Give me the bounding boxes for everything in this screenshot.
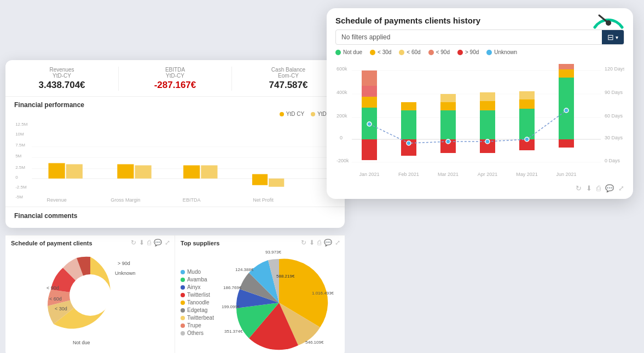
bottom-panels: Schedule of payment clients ↻ ⬇ ⎙ 💬 ⤢ [5, 235, 345, 353]
svg-rect-12 [49, 163, 65, 179]
refresh-icon-2[interactable]: ↻ [301, 239, 306, 246]
legend-lt60-label: < 60d [407, 49, 420, 55]
svg-text:> 90d: > 90d [118, 261, 130, 266]
svg-point-84 [485, 139, 490, 144]
legend-twitterlist: Twitterlist [181, 292, 219, 298]
svg-text:600k: 600k [336, 66, 347, 72]
legend-lt90: < 90d [428, 49, 450, 55]
svg-text:Apr 2021: Apr 2021 [478, 172, 498, 177]
refresh-icon-sched[interactable]: ↻ [576, 184, 582, 192]
svg-rect-66 [440, 110, 456, 139]
schedule-chart-area: 600k 400k 200k 0 -200k 120 Days 90 Days … [327, 58, 633, 184]
svg-text:12.5M: 12.5M [15, 122, 28, 127]
kpi-revenues-sub: YtD-CY [53, 73, 71, 79]
legend-mudo: Mudo [181, 269, 219, 275]
dot-lt60 [399, 50, 404, 55]
svg-text:Net Profit: Net Profit [253, 197, 274, 203]
print-icon-sched[interactable]: ⎙ [596, 184, 601, 192]
svg-rect-57 [362, 139, 377, 160]
legend-not-due-label: Not due [343, 49, 362, 55]
svg-point-83 [446, 139, 450, 144]
expand-icon-2[interactable]: ⤢ [335, 239, 340, 246]
svg-text:546.109€: 546.109€ [305, 340, 324, 345]
svg-rect-60 [362, 86, 377, 97]
legend-unknown-label: Unknown [494, 49, 517, 55]
kpi-cash-sub: Eom-CY [278, 73, 299, 79]
legend-dot-ytd-y1 [311, 112, 315, 116]
print-icon-2[interactable]: ⎙ [317, 239, 321, 246]
kpi-revenues-label: RevenuesYtD-CY [5, 67, 118, 79]
fp-legend: YtD CY YtD Y-1 [5, 111, 345, 117]
svg-point-85 [525, 137, 529, 142]
svg-rect-76 [519, 91, 535, 99]
legend-tanoodle: Tanoodle [181, 299, 219, 305]
svg-text:124.388€: 124.388€ [235, 267, 254, 272]
dot-lt30 [370, 50, 375, 55]
svg-text:120 Days: 120 Days [605, 66, 624, 72]
svg-point-82 [407, 141, 411, 145]
svg-text:7.5M: 7.5M [15, 143, 25, 148]
schedule-action-icons: ↻ ⬇ ⎙ 💬 ⤢ [327, 184, 633, 192]
legend-gt90-label: > 90d [465, 49, 479, 55]
svg-rect-63 [401, 110, 416, 139]
svg-text:0 Days: 0 Days [605, 158, 620, 163]
svg-text:90 Days: 90 Days [605, 90, 623, 95]
dot-lt90 [428, 50, 434, 55]
svg-text:60 Days: 60 Days [605, 113, 623, 119]
legend-others: Others [181, 330, 219, 336]
kpi-ebitda-value: -287.167€ [119, 80, 231, 91]
legend-dot-ytd-cy [280, 112, 284, 116]
svg-rect-75 [519, 99, 535, 109]
legend-lt30: < 30d [370, 49, 391, 55]
legend-edgetag: Edgetag [181, 307, 219, 313]
svg-text:May 2021: May 2021 [516, 172, 538, 177]
svg-text:400k: 400k [336, 90, 347, 95]
svg-rect-74 [519, 109, 535, 139]
donut-container: > 90d Unknown < 90d < 60d < 30d Not due [11, 249, 169, 342]
comment-icon-2[interactable]: 💬 [324, 239, 332, 246]
svg-text:5M: 5M [15, 154, 21, 158]
payment-clients-panel: Schedule of payment clients ↻ ⬇ ⎙ 💬 ⤢ [5, 235, 175, 353]
suppliers-legend: Mudo Avamba Ainyx Twitterlist Tanoodle E… [181, 269, 219, 336]
kpi-ebitda: EBITDAYtD-CY -287.167€ [119, 67, 232, 91]
legend-avamba: Avamba [181, 276, 219, 283]
svg-rect-13 [66, 164, 83, 179]
svg-text:Jun 2021: Jun 2021 [556, 172, 576, 177]
filter-bar: No filters applied ⊟ ▾ [335, 30, 624, 45]
donut-svg: > 90d Unknown < 90d < 60d < 30d Not due [14, 238, 167, 352]
schedule-legend: Not due < 30d < 60d < 90d > 90d Unknown [327, 49, 633, 58]
svg-text:< 90d: < 90d [47, 285, 59, 291]
suppliers-panel-actions: ↻ ⬇ ⎙ 💬 ⤢ [301, 239, 340, 246]
kpi-row: RevenuesYtD-CY 3.438.704€ EBITDAYtD-CY -… [5, 60, 345, 97]
svg-point-86 [564, 108, 568, 113]
download-icon-2[interactable]: ⬇ [309, 239, 315, 246]
legend-trupe: Trupe [181, 322, 219, 328]
svg-rect-17 [201, 166, 217, 179]
legend-unknown: Unknown [486, 49, 517, 55]
svg-text:-5M: -5M [15, 195, 23, 199]
svg-rect-18 [252, 174, 268, 185]
legend-gt90: > 90d [457, 49, 479, 55]
dot-unknown [486, 50, 492, 55]
svg-point-24 [69, 274, 111, 316]
financial-performance-chart: 12.5M 10M 7.5M 5M 2.5M 0 -2.5M -5M [5, 117, 345, 204]
svg-text:< 30d: < 30d [55, 306, 67, 311]
download-icon-sched[interactable]: ⬇ [586, 184, 592, 192]
filter-chevron-icon: ▾ [616, 34, 618, 40]
svg-rect-80 [559, 64, 574, 69]
svg-rect-72 [480, 92, 495, 101]
svg-text:2.5M: 2.5M [15, 165, 25, 170]
speedometer-icon [589, 0, 628, 35]
svg-rect-16 [183, 166, 200, 179]
svg-rect-68 [440, 94, 456, 102]
expand-icon-sched[interactable]: ⤢ [618, 184, 624, 192]
svg-text:-2.5M: -2.5M [15, 185, 27, 190]
svg-text:351.374€: 351.374€ [224, 329, 243, 334]
svg-text:Gross Margin: Gross Margin [111, 197, 140, 203]
comment-icon-sched[interactable]: 💬 [605, 184, 614, 192]
main-dashboard-card: RevenuesYtD-CY 3.438.704€ EBITDAYtD-CY -… [5, 60, 345, 228]
kpi-ebitda-label: EBITDAYtD-CY [119, 67, 231, 79]
legend-lt90-label: < 90d [436, 49, 450, 55]
filter-text: No filters applied [336, 31, 602, 44]
schedule-card: Schedule of payments clients history No … [327, 8, 633, 199]
